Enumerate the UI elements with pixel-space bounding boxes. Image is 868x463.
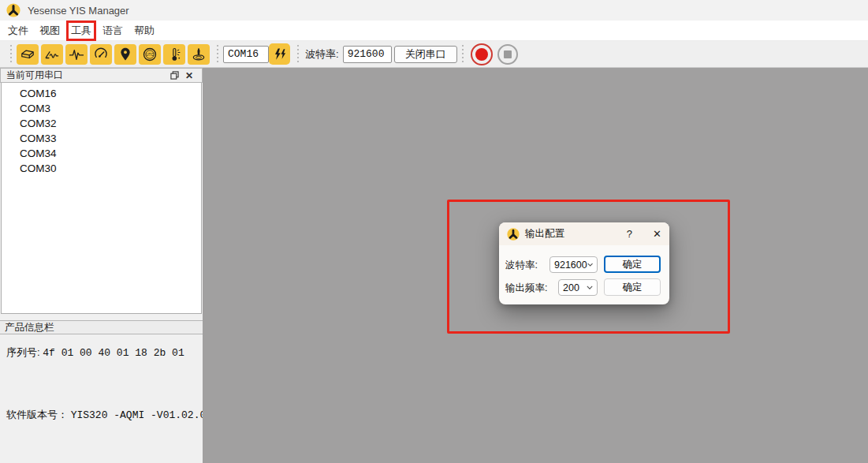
dialog-baud-select[interactable]: 921600 [549, 256, 598, 273]
menu-item-view[interactable]: 视图 [34, 21, 65, 40]
left-dock: 当前可用串口 ✕ COM16 COM3 COM32 COM33 COM34 CO… [0, 68, 203, 463]
gauge-icon [93, 47, 109, 62]
waveform-button[interactable] [65, 44, 88, 65]
double-lightning-icon [273, 47, 287, 62]
dialog-close-button[interactable]: ✕ [653, 229, 661, 239]
list-item-port[interactable]: COM16 [2, 86, 201, 101]
cube-3d-icon [19, 47, 36, 62]
dialog-freq-ok-button[interactable]: 确定 [604, 278, 661, 296]
attitude-wave-button[interactable] [41, 44, 63, 65]
ports-panel-header: 当前可用串口 ✕ [0, 68, 203, 83]
chevron-down-icon [259, 52, 264, 57]
close-panel-button[interactable]: ✕ [182, 70, 196, 81]
dialog-baud-ok-button[interactable]: 确定 [604, 256, 661, 273]
toolbar-drag-handle[interactable] [296, 45, 300, 64]
com-port-select[interactable]: COM16 [223, 46, 269, 63]
toolbar-drag-handle[interactable] [9, 45, 13, 64]
record-button[interactable] [471, 43, 493, 65]
baud-rate-select[interactable]: 921600 [343, 46, 392, 63]
dialog-help-button[interactable]: ? [627, 228, 632, 240]
stop-button[interactable] [497, 44, 518, 65]
chevron-down-icon [587, 263, 593, 267]
product-info-header: 产品信息栏 [0, 320, 203, 334]
com-port-value: COM16 [228, 48, 259, 60]
float-panel-button[interactable] [167, 71, 182, 80]
thermometer-icon [166, 47, 182, 62]
dialog-title: 输出配置 [525, 227, 564, 241]
product-info-body: 序列号: 4f 01 00 40 01 18 2b 01 软件版本号： YIS3… [0, 334, 203, 463]
software-version-row: 软件版本号： YIS320 -AQMI -V01.02.03; [6, 408, 218, 422]
serial-number-label: 序列号: [6, 346, 40, 358]
menu-bar: 文件 视图 工具 语言 帮助 [0, 21, 868, 41]
serial-number-row: 序列号: 4f 01 00 40 01 18 2b 01 [6, 345, 184, 360]
chevron-down-icon [587, 286, 593, 289]
pressure-icon [191, 47, 207, 62]
output-config-dialog: 输出配置 ? ✕ 波特率: 921600 确定 输出频率: 200 确定 [499, 222, 669, 304]
dialog-baud-value: 921600 [554, 260, 587, 271]
list-item-port[interactable]: COM32 [2, 116, 201, 131]
window-title: Yesense YIS Manager [28, 5, 129, 17]
angle-wave-icon [43, 47, 61, 62]
toolbar-drag-handle[interactable] [461, 45, 464, 64]
location-button[interactable] [114, 44, 136, 65]
close-serial-port-button[interactable]: 关闭串口 [394, 46, 457, 63]
svg-text:UTC: UTC [146, 52, 154, 56]
location-pin-icon [118, 47, 132, 62]
toolbar: UTC COM16 波特率: 921600 [0, 41, 868, 68]
menu-item-tools[interactable]: 工具 [65, 21, 97, 40]
temperature-button[interactable] [163, 44, 185, 65]
gauge-button[interactable] [90, 44, 112, 65]
software-version-label: 软件版本号： [6, 409, 68, 420]
title-bar: Yesense YIS Manager [0, 0, 868, 21]
serial-port-list: COM16 COM3 COM32 COM33 COM34 COM30 [1, 83, 202, 314]
baud-rate-value: 921600 [348, 48, 385, 60]
chevron-down-icon [384, 52, 389, 57]
ports-panel-title: 当前可用串口 [6, 69, 63, 82]
app-logo-icon [6, 3, 20, 17]
dialog-freq-label: 输出频率: [505, 282, 547, 295]
list-item-port[interactable]: COM3 [2, 101, 201, 116]
menu-item-file[interactable]: 文件 [2, 21, 34, 40]
record-icon [475, 48, 488, 61]
menu-item-help[interactable]: 帮助 [129, 21, 160, 40]
3d-view-button[interactable] [17, 44, 39, 65]
dialog-freq-value: 200 [563, 282, 579, 293]
serial-number-value: 4f 01 00 40 01 18 2b 01 [43, 347, 184, 359]
list-item-port[interactable]: COM30 [2, 161, 201, 176]
pressure-button[interactable] [188, 44, 210, 65]
baud-rate-label: 波特率: [305, 47, 339, 62]
app-logo-icon [507, 228, 520, 241]
list-item-port[interactable]: COM34 [2, 146, 201, 161]
list-item-port[interactable]: COM33 [2, 131, 201, 146]
utc-clock-button[interactable]: UTC [139, 44, 161, 65]
close-icon: ✕ [185, 70, 193, 81]
stop-icon [504, 50, 512, 58]
waveform-icon [68, 47, 85, 62]
dialog-title-bar: 输出配置 ? ✕ [499, 222, 669, 245]
dialog-freq-select[interactable]: 200 [558, 279, 598, 296]
dialog-baud-label: 波特率: [505, 259, 538, 272]
utc-clock-icon: UTC [142, 47, 158, 62]
refresh-ports-button[interactable] [269, 43, 290, 65]
float-window-icon [170, 71, 179, 80]
software-version-value: YIS320 -AQMI -V01.02.03; [71, 409, 218, 421]
toolbar-drag-handle[interactable] [216, 45, 219, 64]
menu-item-language[interactable]: 语言 [97, 21, 129, 40]
